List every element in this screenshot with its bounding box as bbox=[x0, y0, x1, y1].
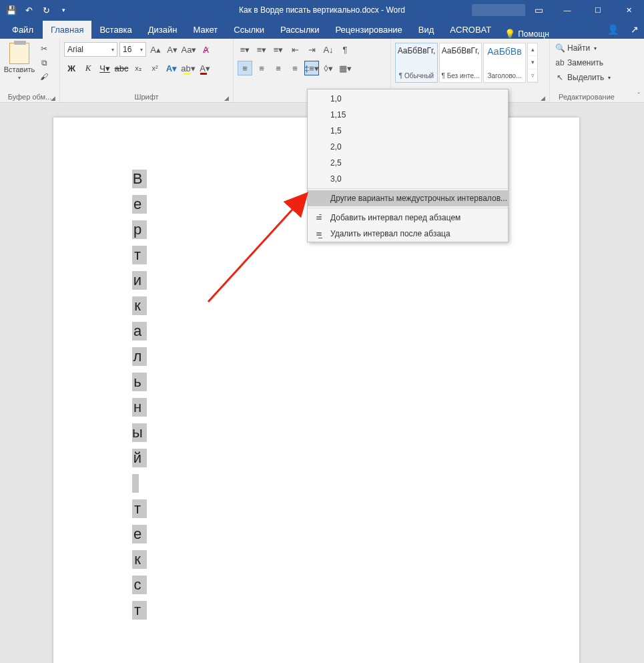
increase-indent-button[interactable]: ⇥ bbox=[304, 42, 319, 57]
superscript-button[interactable]: x² bbox=[147, 61, 162, 75]
style-normal[interactable]: АаБбВвГг, ¶ Обычный bbox=[395, 43, 438, 83]
subscript-button[interactable]: x₂ bbox=[131, 61, 145, 75]
shrink-font-button[interactable]: A▾ bbox=[165, 42, 180, 57]
tab-insert[interactable]: Вставка bbox=[91, 21, 139, 39]
shading-button[interactable]: ◊▾ bbox=[321, 61, 336, 75]
tab-acrobat[interactable]: ACROBAT bbox=[442, 21, 499, 39]
collapse-ribbon-button[interactable]: ˇ bbox=[637, 91, 640, 99]
underline-button[interactable]: Ч▾ bbox=[97, 61, 112, 75]
title-bar: 💾 ↶ ↻ ▾ Как в Ворде писать вертикально.d… bbox=[0, 0, 644, 20]
ls-option-5[interactable]: 2,5 bbox=[308, 155, 508, 171]
window-controls: — ☐ ✕ bbox=[552, 0, 644, 20]
styles-down-icon[interactable]: ▾ bbox=[528, 56, 537, 69]
find-button[interactable]: 🔍Найти▾ bbox=[554, 41, 619, 55]
grow-font-button[interactable]: A▴ bbox=[148, 42, 163, 57]
tab-review[interactable]: Рецензирование bbox=[327, 21, 410, 39]
styles-more-icon[interactable]: ▿ bbox=[528, 69, 537, 82]
ls-option-2[interactable]: 1,15 bbox=[308, 107, 508, 123]
char: к bbox=[132, 550, 143, 569]
quick-access-toolbar: 💾 ↶ ↻ ▾ bbox=[0, 3, 71, 17]
paste-button[interactable]: Вставить ▾ bbox=[4, 40, 35, 83]
font-name-combo[interactable]: Arial▾ bbox=[64, 42, 117, 57]
styles-dialog-launcher[interactable]: ◢ bbox=[541, 95, 545, 101]
ls-option-6[interactable]: 3,0 bbox=[308, 171, 508, 187]
styles-up-icon[interactable]: ▴ bbox=[528, 43, 537, 56]
line-spacing-button[interactable]: ‡≡▾ bbox=[304, 61, 319, 75]
char: т bbox=[132, 601, 143, 620]
clear-formatting-button[interactable]: A̷ bbox=[198, 42, 213, 57]
minimize-button[interactable]: — bbox=[552, 0, 583, 20]
tab-home[interactable]: Главная bbox=[43, 21, 91, 39]
ls-option-3[interactable]: 1,5 bbox=[308, 123, 508, 139]
group-editing: 🔍Найти▾ abЗаменить ↖Выделить▾ Редактиров… bbox=[550, 39, 623, 102]
borders-button[interactable]: ▦▾ bbox=[338, 61, 352, 75]
tab-design[interactable]: Дизайн bbox=[140, 21, 186, 39]
maximize-button[interactable]: ☐ bbox=[583, 0, 613, 20]
close-button[interactable]: ✕ bbox=[613, 0, 644, 20]
qat-customize[interactable]: ▾ bbox=[56, 3, 71, 17]
cursor-icon: ↖ bbox=[555, 73, 565, 82]
tell-me-label: Помощн bbox=[518, 29, 549, 39]
highlight-button[interactable]: ab▾ bbox=[181, 61, 196, 75]
ls-more-options[interactable]: Другие варианты междустрочных интервалов… bbox=[308, 190, 508, 206]
user-badge[interactable] bbox=[472, 4, 525, 16]
align-right-button[interactable]: ≡ bbox=[271, 61, 286, 75]
char: В bbox=[132, 170, 143, 188]
font-dialog-launcher[interactable]: ◢ bbox=[224, 95, 229, 101]
clipboard-dialog-launcher[interactable]: ◢ bbox=[51, 95, 55, 101]
search-icon: 🔍 bbox=[555, 43, 565, 53]
select-button[interactable]: ↖Выделить▾ bbox=[554, 71, 619, 84]
italic-button[interactable]: К bbox=[81, 61, 95, 75]
replace-icon: ab bbox=[555, 58, 565, 67]
show-marks-button[interactable]: ¶ bbox=[338, 42, 352, 57]
ls-separator-1 bbox=[308, 188, 508, 189]
numbering-button[interactable]: ≡▾ bbox=[254, 42, 269, 57]
char: т bbox=[132, 499, 143, 518]
ls-option-4[interactable]: 2,0 bbox=[308, 139, 508, 155]
multilevel-button[interactable]: ≡▾ bbox=[271, 42, 286, 57]
align-center-button[interactable]: ≡ bbox=[254, 61, 269, 75]
strikethrough-button[interactable]: abc bbox=[114, 61, 129, 75]
style-no-spacing[interactable]: АаБбВвГг, ¶ Без инте... bbox=[439, 43, 482, 83]
align-left-button[interactable]: ≡ bbox=[238, 61, 252, 75]
tab-layout[interactable]: Макет bbox=[185, 21, 226, 39]
tab-file[interactable]: Файл bbox=[3, 21, 43, 39]
font-color-button[interactable]: A▾ bbox=[198, 61, 212, 75]
replace-button[interactable]: abЗаменить bbox=[554, 56, 619, 69]
bold-button[interactable]: Ж bbox=[64, 61, 79, 75]
styles-scroll[interactable]: ▴ ▾ ▿ bbox=[527, 43, 538, 83]
text-effects-button[interactable]: A▾ bbox=[164, 61, 179, 75]
tell-me[interactable]: 💡 Помощн bbox=[499, 29, 555, 39]
group-label-editing: Редактирование bbox=[554, 93, 619, 102]
tab-references[interactable]: Ссылки bbox=[226, 21, 272, 39]
redo-button[interactable]: ↻ bbox=[39, 3, 53, 17]
bullets-button[interactable]: ≡▾ bbox=[238, 42, 252, 57]
ls-remove-after[interactable]: ≡̲Удалить интервал после абзаца bbox=[308, 226, 508, 242]
char: а bbox=[132, 322, 143, 341]
group-label-font: Шрифт ◢ bbox=[64, 93, 229, 102]
char: т bbox=[132, 246, 143, 264]
ribbon-display-options[interactable]: ▭ bbox=[525, 0, 552, 20]
tab-mailings[interactable]: Рассылки bbox=[272, 21, 327, 39]
account-icon[interactable]: 👤 bbox=[607, 24, 619, 35]
change-case-button[interactable]: Aa▾ bbox=[182, 42, 196, 57]
ls-option-1[interactable]: 1,0 bbox=[308, 91, 508, 107]
save-button[interactable]: 💾 bbox=[4, 3, 19, 17]
cut-button[interactable]: ✂ bbox=[37, 43, 51, 55]
char: к bbox=[132, 296, 143, 315]
format-painter-button[interactable]: 🖌 bbox=[37, 71, 51, 83]
style-heading1[interactable]: АаБбВв Заголово... bbox=[483, 43, 526, 83]
ls-add-before[interactable]: ≡̄Добавить интервал перед абзацем bbox=[308, 210, 508, 226]
char: л bbox=[132, 347, 143, 366]
share-icon[interactable]: ↗ bbox=[631, 24, 639, 35]
window-title: Как в Ворде писать вертикально.docx - Wo… bbox=[239, 5, 405, 15]
justify-button[interactable]: ≡ bbox=[288, 61, 302, 75]
tab-view[interactable]: Вид bbox=[410, 21, 442, 39]
char: н bbox=[132, 398, 143, 417]
undo-button[interactable]: ↶ bbox=[21, 3, 36, 17]
font-size-combo[interactable]: 16▾ bbox=[119, 42, 146, 57]
copy-button[interactable]: ⧉ bbox=[37, 57, 51, 69]
remove-space-after-icon: ≡̲ bbox=[313, 229, 325, 238]
sort-button[interactable]: A↓ bbox=[321, 42, 336, 57]
decrease-indent-button[interactable]: ⇤ bbox=[288, 42, 302, 57]
